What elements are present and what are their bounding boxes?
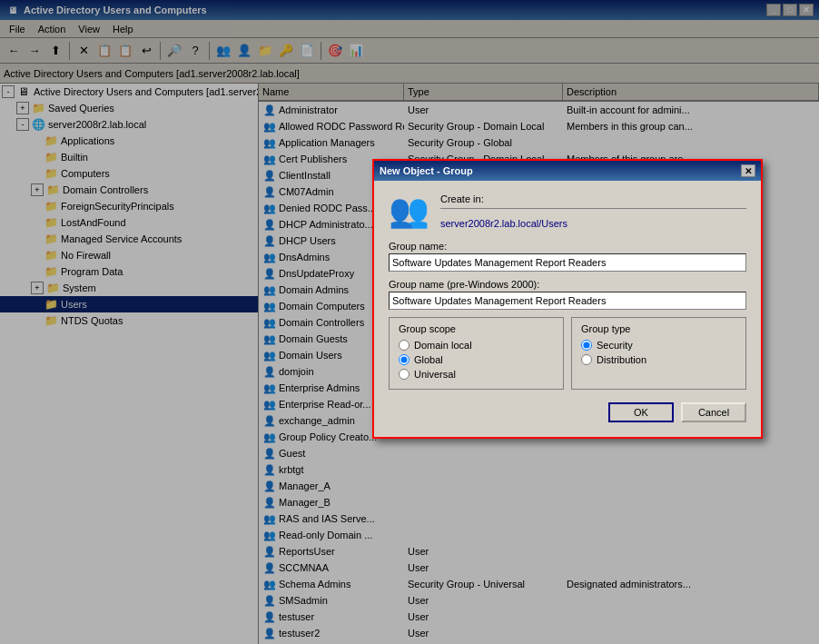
dialog-divider-1 [440, 208, 746, 209]
scope-domain-local: Domain local [399, 340, 554, 351]
group-name-pre-field-group: Group name (pre-Windows 2000): [389, 279, 746, 310]
group-name-pre-input[interactable] [389, 292, 746, 310]
type-distribution-label: Distribution [597, 354, 646, 365]
group-name-pre-label: Group name (pre-Windows 2000): [389, 279, 746, 290]
group-scope-group: Group scope Domain local Global Universa… [389, 317, 564, 390]
group-scope-title: Group scope [399, 323, 554, 334]
create-in-label: Create in: [440, 193, 746, 204]
cancel-button[interactable]: Cancel [681, 402, 746, 422]
group-type-title: Group type [581, 323, 736, 334]
dialog-buttons: OK Cancel [389, 402, 746, 426]
create-in-value: server2008r2.lab.local/Users [440, 218, 746, 229]
dialog-title-bar: New Object - Group ✕ [374, 161, 761, 181]
options-row: Group scope Domain local Global Universa… [389, 317, 746, 390]
scope-global-label: Global [414, 354, 443, 365]
dialog-body: 👥 Create in: server2008r2.lab.local/User… [374, 181, 761, 437]
type-distribution-radio[interactable] [581, 354, 592, 365]
group-name-input[interactable] [389, 253, 746, 272]
scope-universal-label: Universal [414, 369, 456, 380]
new-object-dialog: New Object - Group ✕ 👥 Create in: server… [372, 159, 763, 439]
group-name-label: Group name: [389, 241, 746, 252]
scope-global-radio[interactable] [399, 354, 410, 365]
dialog-title-text: New Object - Group [380, 165, 473, 176]
dialog-group-icon: 👥 [389, 192, 429, 230]
dialog-close-button[interactable]: ✕ [741, 164, 755, 177]
scope-universal-radio[interactable] [399, 369, 410, 380]
scope-global: Global [399, 354, 554, 365]
modal-overlay: New Object - Group ✕ 👥 Create in: server… [0, 0, 819, 644]
type-security: Security [581, 340, 736, 351]
ok-button[interactable]: OK [608, 402, 674, 422]
dialog-header-row: 👥 Create in: server2008r2.lab.local/User… [389, 192, 746, 230]
type-security-radio[interactable] [581, 340, 592, 351]
scope-universal: Universal [399, 369, 554, 380]
group-type-group: Group type Security Distribution [571, 317, 746, 390]
type-distribution: Distribution [581, 354, 736, 365]
scope-domain-local-label: Domain local [414, 340, 472, 351]
group-name-field-group: Group name: [389, 241, 746, 272]
scope-domain-local-radio[interactable] [399, 340, 410, 351]
type-security-label: Security [597, 340, 633, 351]
dialog-create-in: Create in: server2008r2.lab.local/Users [440, 193, 746, 229]
